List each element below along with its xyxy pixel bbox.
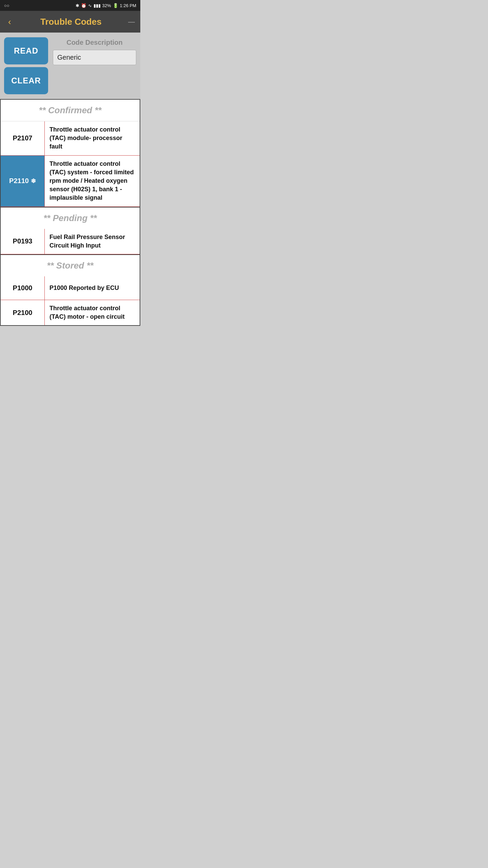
wifi-icon: ∿ bbox=[88, 3, 92, 8]
time-display: 1:26 PM bbox=[120, 3, 136, 8]
signal-icon: ▮▮▮ bbox=[94, 3, 101, 8]
code-cell: P0193 bbox=[1, 229, 45, 254]
code-value: P0193 bbox=[13, 237, 33, 245]
snowflake-icon: ❄ bbox=[31, 177, 36, 185]
page-title: Trouble Codes bbox=[14, 17, 128, 27]
description-cell: Throttle actuator control (TAC) system -… bbox=[45, 156, 140, 206]
menu-button[interactable]: — bbox=[128, 18, 135, 26]
code-description-input[interactable] bbox=[53, 50, 136, 65]
table-row[interactable]: P1000P1000 Reported by ECU bbox=[1, 276, 140, 300]
section-header-confirmed: ** Confirmed ** bbox=[1, 100, 140, 121]
code-value: P2107 bbox=[13, 134, 33, 142]
section-header-pending: ** Pending ** bbox=[1, 207, 140, 229]
code-value: P1000 bbox=[13, 284, 33, 292]
status-right: ✱ ⏰ ∿ ▮▮▮ 32% 🔋 1:26 PM bbox=[76, 3, 136, 8]
table-row[interactable]: P0193Fuel Rail Pressure Sensor Circuit H… bbox=[1, 229, 140, 254]
alarm-icon: ⏰ bbox=[81, 3, 86, 8]
results-table: ** Confirmed **P2107Throttle actuator co… bbox=[0, 99, 140, 326]
section-header-stored: ** Stored ** bbox=[1, 254, 140, 276]
table-row[interactable]: P2100Throttle actuator control (TAC) mot… bbox=[1, 300, 140, 325]
description-cell: Throttle actuator control (TAC) motor - … bbox=[45, 300, 140, 325]
description-cell: Throttle actuator control (TAC) module- … bbox=[45, 121, 140, 155]
code-cell: P2107 bbox=[1, 121, 45, 155]
table-row[interactable]: P2107Throttle actuator control (TAC) mod… bbox=[1, 121, 140, 156]
app-header: ‹ Trouble Codes — bbox=[0, 11, 140, 33]
status-left-icon: ○○ bbox=[4, 3, 9, 8]
code-description-label: Code Description bbox=[53, 37, 136, 48]
bluetooth-icon: ✱ bbox=[76, 3, 79, 8]
code-cell: P2110 ❄ bbox=[1, 156, 45, 206]
table-row[interactable]: P2110 ❄Throttle actuator control (TAC) s… bbox=[1, 156, 140, 207]
code-value: P2110 bbox=[9, 177, 29, 185]
description-cell: Fuel Rail Pressure Sensor Circuit High I… bbox=[45, 229, 140, 254]
status-bar: ○○ ✱ ⏰ ∿ ▮▮▮ 32% 🔋 1:26 PM bbox=[0, 0, 140, 11]
battery-level: 32% bbox=[102, 3, 111, 8]
code-value: P2100 bbox=[13, 309, 33, 317]
code-description-panel: Code Description bbox=[53, 37, 136, 65]
clear-button[interactable]: CLEAR bbox=[4, 67, 48, 94]
action-buttons: READ CLEAR bbox=[4, 37, 48, 94]
code-cell: P1000 bbox=[1, 276, 45, 300]
description-cell: P1000 Reported by ECU bbox=[45, 276, 140, 300]
controls-area: READ CLEAR Code Description bbox=[0, 33, 140, 99]
back-button[interactable]: ‹ bbox=[5, 15, 14, 28]
code-cell: P2100 bbox=[1, 300, 45, 325]
battery-icon: 🔋 bbox=[113, 3, 118, 8]
status-left: ○○ bbox=[4, 3, 9, 8]
read-button[interactable]: READ bbox=[4, 37, 48, 64]
